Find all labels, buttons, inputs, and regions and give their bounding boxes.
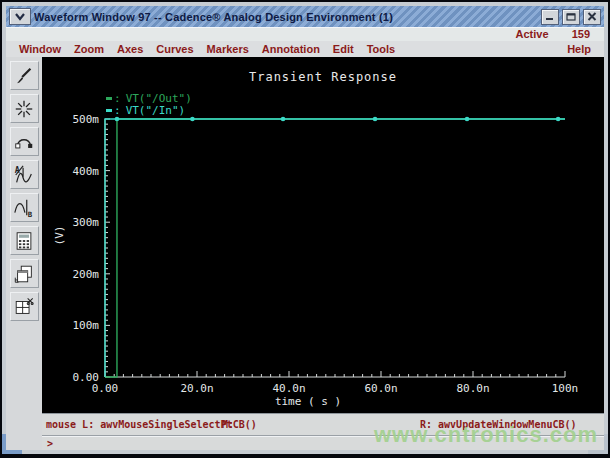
prompt-char: > (47, 438, 53, 449)
svg-text:B: B (28, 210, 33, 219)
chart-title: Transient Response (42, 70, 604, 84)
svg-text:0.00: 0.00 (73, 371, 100, 384)
client-area: Waveform Window 97 -- Cadence® Analog De… (6, 6, 604, 450)
waveform-a-button[interactable]: A (10, 160, 39, 189)
copy-window-button[interactable] (10, 259, 39, 288)
menu-item-zoom[interactable]: Zoom (74, 43, 104, 55)
split-window-button[interactable] (10, 292, 39, 321)
menu-item-tools[interactable]: Tools (367, 43, 396, 55)
active-label: Active (516, 28, 549, 40)
svg-text:500m: 500m (73, 113, 100, 126)
menu-item-curves[interactable]: Curves (156, 43, 193, 55)
window-menu-button[interactable] (9, 8, 31, 25)
maximize-button[interactable] (562, 9, 580, 25)
active-count: 159 (572, 28, 590, 40)
menu-item-edit[interactable]: Edit (333, 43, 354, 55)
chevron-down-icon (14, 12, 26, 21)
legend-label-out: VT("/Out") (126, 93, 192, 104)
pen-tool-button[interactable] (10, 61, 39, 90)
svg-text:60.0n: 60.0n (364, 382, 397, 395)
toolbar: A B (6, 57, 42, 450)
arc-markers-icon (13, 131, 35, 153)
legend-item-out: : VT("/Out") (106, 93, 192, 104)
menu-item-annotation[interactable]: Annotation (262, 43, 320, 55)
arc-marker-button[interactable] (10, 127, 39, 156)
waveform-b-icon: B (13, 197, 35, 219)
plot-canvas[interactable]: 0.0020.0n40.0n60.0n80.0n100n500m400m300m… (42, 57, 604, 413)
legend-item-in: : VT("/In") (106, 105, 192, 116)
split-window-scissors-icon (13, 296, 35, 318)
calculator-button[interactable] (10, 226, 39, 255)
x-axis-label: time ( s ) (42, 395, 574, 408)
waveform-a-icon: A (13, 164, 35, 186)
svg-text:400m: 400m (73, 165, 100, 178)
svg-text:20.0n: 20.0n (180, 382, 213, 395)
calculator-icon (13, 230, 35, 252)
active-status-row: Active 159 (6, 28, 604, 41)
zoom-star-button[interactable] (10, 94, 39, 123)
svg-text:100n: 100n (552, 382, 579, 395)
starburst-icon (13, 98, 35, 120)
svg-text:300m: 300m (73, 216, 100, 229)
in-trace-marker-icon (106, 109, 112, 112)
pen-icon (13, 65, 35, 87)
copy-window-icon (13, 263, 35, 285)
svg-text:200m: 200m (73, 268, 100, 281)
legend-label-in: VT("/In") (126, 105, 186, 116)
out-trace-marker-icon (106, 97, 112, 100)
maximize-icon (566, 12, 576, 21)
svg-text:40.0n: 40.0n (272, 382, 305, 395)
svg-text:100m: 100m (73, 319, 100, 332)
menu-item-markers[interactable]: Markers (207, 43, 249, 55)
window-title: Waveform Window 97 -- Cadence® Analog De… (34, 11, 541, 23)
close-button[interactable] (583, 9, 601, 25)
main-area: A B (6, 57, 604, 413)
waveform-b-button[interactable]: B (10, 193, 39, 222)
watermark: www.cntronics.com (374, 422, 598, 448)
minimize-button[interactable] (541, 9, 559, 25)
titlebar[interactable]: Waveform Window 97 -- Cadence® Analog De… (6, 6, 604, 28)
menu-help[interactable]: Help (567, 43, 591, 55)
menu-item-axes[interactable]: Axes (117, 43, 143, 55)
menubar: WindowZoomAxesCurvesMarkersAnnotationEdi… (6, 41, 604, 57)
menu-item-window[interactable]: Window (19, 43, 61, 55)
svg-text:80.0n: 80.0n (456, 382, 489, 395)
application-window: Waveform Window 97 -- Cadence® Analog De… (0, 0, 610, 458)
window-frame: Waveform Window 97 -- Cadence® Analog De… (2, 2, 608, 454)
mouse-middle-binding: M: (222, 419, 234, 430)
y-axis-label: (V) (53, 221, 66, 251)
legend: : VT("/Out") : VT("/In") (106, 93, 192, 117)
minimize-icon (545, 13, 555, 21)
close-icon (587, 12, 597, 21)
